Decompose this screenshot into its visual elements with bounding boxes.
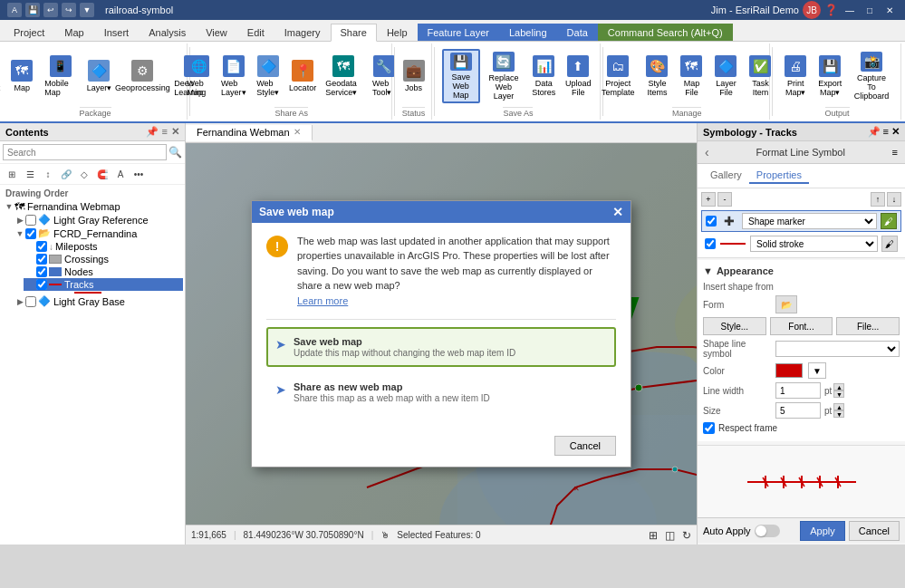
line-width-up[interactable]: ▲ bbox=[833, 383, 844, 390]
tab-labeling[interactable]: Labeling bbox=[499, 24, 557, 41]
sym-layer-solid-stroke-edit[interactable]: 🖌 bbox=[881, 236, 898, 252]
filter-btn[interactable]: ⊞ bbox=[4, 166, 20, 182]
expand-tracks[interactable] bbox=[25, 279, 36, 290]
maximize-btn[interactable]: □ bbox=[862, 4, 878, 16]
sym-layer-shape-marker-select[interactable]: Shape marker bbox=[742, 213, 877, 229]
quick-access-save[interactable]: 💾 bbox=[25, 3, 40, 17]
sym-layer-shape-marker-edit[interactable]: 🖌 bbox=[881, 213, 897, 229]
layer-mileposts[interactable]: ↓ Mileposts bbox=[24, 240, 183, 253]
contents-search-input[interactable] bbox=[3, 144, 167, 160]
tab-imagery[interactable]: Imagery bbox=[274, 24, 331, 41]
dialog-cancel-btn[interactable]: Cancel bbox=[554, 436, 616, 456]
btn-mobile-map[interactable]: 📱 Mobile Map bbox=[40, 49, 81, 103]
map-control-3[interactable]: ↻ bbox=[682, 529, 691, 542]
save-web-map-option[interactable]: ➤ Save web map Update this map without c… bbox=[266, 327, 616, 367]
tab-map[interactable]: Map bbox=[54, 24, 93, 41]
respect-frame-checkbox[interactable] bbox=[703, 422, 715, 434]
btn-project-template[interactable]: 🗂 Project Template bbox=[597, 49, 640, 103]
style-btn[interactable]: Style... bbox=[703, 317, 766, 335]
btn-export-map[interactable]: 💾 Export Map▾ bbox=[814, 49, 846, 103]
sym-layer-shape-marker[interactable]: ✚ Shape marker 🖌 bbox=[701, 210, 901, 232]
more-btn[interactable]: ••• bbox=[130, 166, 147, 182]
layer-fcrd[interactable]: ▼ 📂 FCRD_Fernandina bbox=[13, 227, 183, 240]
contents-pin-icon[interactable]: 📌 bbox=[146, 126, 159, 138]
tab-share[interactable]: Share bbox=[331, 24, 377, 42]
file-btn[interactable]: File... bbox=[836, 317, 900, 335]
btn-map[interactable]: 🗺 Map bbox=[5, 49, 38, 103]
share-new-web-map-option[interactable]: ➤ Share as new web map Share this map as… bbox=[266, 372, 616, 412]
map-tab-fernandina[interactable]: Fernandina Webman ✕ bbox=[186, 125, 313, 141]
sym-layer-solid-stroke-select[interactable]: Solid stroke bbox=[750, 236, 878, 252]
tab-insert[interactable]: Insert bbox=[94, 24, 140, 41]
layer-light-gray-base[interactable]: ▶ 🔷 Light Gray Base bbox=[13, 294, 183, 308]
list-view-btn[interactable]: ☰ bbox=[22, 166, 38, 182]
btn-layer-file[interactable]: 🔷 Layer File bbox=[709, 49, 742, 103]
size-dn[interactable]: ▼ bbox=[833, 410, 844, 418]
btn-style-items[interactable]: 🎨 Style Items bbox=[640, 49, 673, 103]
expand-mileposts[interactable] bbox=[25, 241, 36, 252]
layer-tracks[interactable]: Tracks bbox=[24, 278, 183, 291]
color-dropdown[interactable]: ▼ bbox=[808, 362, 826, 379]
checkbox-light-gray-ref[interactable] bbox=[25, 215, 36, 226]
checkbox-fcrd[interactable] bbox=[25, 228, 36, 239]
btn-web-layer[interactable]: 📄 Web Layer▾ bbox=[217, 49, 250, 103]
contents-menu-icon[interactable]: ≡ bbox=[162, 126, 168, 138]
tab-linear-referencing[interactable]: Command Search (Alt+Q) bbox=[598, 24, 733, 41]
btn-jobs[interactable]: 💼 Jobs bbox=[398, 49, 430, 103]
user-avatar[interactable]: JB bbox=[803, 1, 821, 19]
contents-close-icon[interactable]: ✕ bbox=[171, 126, 179, 138]
expand-crossings[interactable] bbox=[25, 254, 36, 265]
sym-add-btn[interactable]: + bbox=[701, 192, 716, 207]
map-control-2[interactable]: ◫ bbox=[665, 529, 675, 542]
quick-access-redo[interactable]: ↪ bbox=[62, 3, 76, 17]
size-up[interactable]: ▲ bbox=[833, 403, 844, 410]
expand-webmap[interactable]: ▼ bbox=[4, 201, 14, 212]
close-btn[interactable]: ✕ bbox=[881, 4, 898, 16]
form-browse-btn[interactable]: 📂 bbox=[775, 295, 797, 313]
appearance-header[interactable]: ▼ Appearance bbox=[703, 264, 900, 278]
btn-replace-web-layer[interactable]: 🔄 Replace Web Layer bbox=[482, 49, 526, 103]
map-control-1[interactable]: ⊞ bbox=[649, 529, 658, 542]
checkbox-tracks[interactable] bbox=[36, 279, 47, 290]
help-btn[interactable]: ❓ bbox=[824, 4, 838, 16]
back-btn[interactable]: ‹ bbox=[705, 145, 709, 159]
sym-layer-solid-stroke[interactable]: Solid stroke 🖌 bbox=[701, 234, 901, 254]
sym-pin-icon[interactable]: 📌 bbox=[868, 126, 881, 138]
apply-btn[interactable]: Apply bbox=[800, 521, 845, 541]
tab-edit[interactable]: Edit bbox=[237, 24, 274, 41]
btn-print-map[interactable]: 🖨 Print Map▾ bbox=[779, 49, 812, 103]
expand-light-gray-ref[interactable]: ▶ bbox=[14, 215, 25, 226]
tab-help[interactable]: Help bbox=[377, 24, 418, 41]
btn-map-file[interactable]: 🗺 Map File bbox=[675, 49, 708, 103]
tab-feature-layer[interactable]: Feature Layer bbox=[418, 24, 499, 41]
sym-move-down[interactable]: ↓ bbox=[887, 192, 901, 207]
sym-layer-solid-stroke-checkbox[interactable] bbox=[705, 238, 716, 249]
sym-close-icon[interactable]: ✕ bbox=[891, 126, 900, 138]
cancel-btn[interactable]: Cancel bbox=[849, 521, 900, 541]
checkbox-light-gray-base[interactable] bbox=[25, 296, 36, 307]
layer-nodes[interactable]: Nodes bbox=[24, 265, 183, 278]
size-input[interactable] bbox=[775, 402, 821, 419]
expand-light-gray-base[interactable]: ▶ bbox=[14, 296, 25, 307]
learn-more-link[interactable]: Learn more bbox=[297, 295, 348, 306]
snap-btn[interactable]: 🧲 bbox=[94, 166, 111, 182]
tab-analysis[interactable]: Analysis bbox=[139, 24, 196, 41]
font-btn[interactable]: Font... bbox=[770, 317, 833, 335]
tab-data[interactable]: Data bbox=[557, 24, 598, 41]
sym-menu-icon[interactable]: ≡ bbox=[883, 126, 889, 138]
line-width-dn[interactable]: ▼ bbox=[833, 390, 844, 398]
quick-access-undo[interactable]: ↩ bbox=[43, 3, 58, 17]
color-swatch[interactable] bbox=[775, 363, 803, 378]
layer-crossings[interactable]: Crossings bbox=[24, 253, 183, 265]
map-content[interactable]: ✕ ✕ ✕ Save web map ✕ bbox=[186, 143, 697, 525]
sym-remove-btn[interactable]: - bbox=[717, 192, 732, 207]
sym-move-up[interactable]: ↑ bbox=[871, 192, 885, 207]
expand-nodes[interactable] bbox=[25, 266, 36, 277]
btn-layer[interactable]: 🔷 Layer▾ bbox=[82, 49, 115, 103]
btn-locator[interactable]: 📍 Locator bbox=[286, 49, 319, 103]
checkbox-nodes[interactable] bbox=[36, 266, 47, 277]
tab-gallery[interactable]: Gallery bbox=[703, 168, 749, 184]
btn-web-map[interactable]: 🌐 Web Map bbox=[182, 49, 215, 103]
btn-project[interactable]: 📁 Project bbox=[0, 49, 4, 103]
tab-properties[interactable]: Properties bbox=[749, 168, 809, 184]
